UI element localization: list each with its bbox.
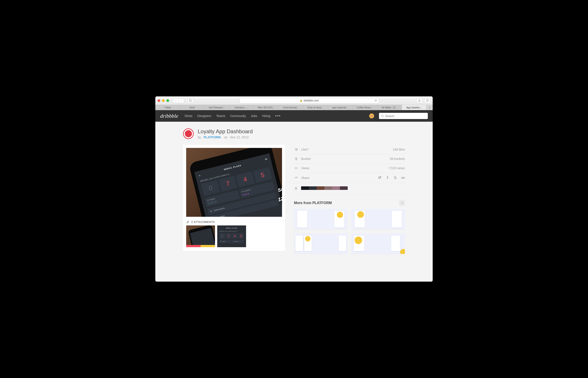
email-icon[interactable] [401,176,405,180]
digit: 0 [201,180,220,196]
facebook-icon[interactable] [386,176,389,180]
tab-bar: * Afstu Notif IanCStewart/... Literatuur… [155,105,433,110]
twitter-icon[interactable] [378,176,382,180]
share-arrow-icon [294,176,298,180]
views-row: Views 7,519 views [294,163,405,173]
more-from-section: More from PLATFORM + [294,200,405,254]
tab[interactable]: Coffee Rewa... [353,105,377,110]
minimize-window-button[interactable] [162,99,165,102]
share-button[interactable] [416,98,422,103]
url-host: dribbble.com [304,99,319,102]
tab[interactable]: Literatuur -... [229,105,254,110]
follow-button[interactable]: + [399,200,405,206]
tab[interactable]: Card Animati... [279,105,303,110]
share-row: Share [294,173,405,183]
swatch[interactable] [340,186,348,190]
digit: 7 [218,176,237,192]
swatch[interactable] [309,186,317,190]
related-shot[interactable] [294,209,347,230]
svg-point-4 [381,115,383,117]
nav-hiring[interactable]: Hiring [262,114,270,118]
digit: 5 [253,167,272,183]
pinterest-icon[interactable] [393,176,397,180]
swatch[interactable] [324,186,332,190]
swatch[interactable] [301,186,309,190]
bucket-count: 39 buckets [390,157,405,161]
drop-icon [294,186,298,190]
author-avatar[interactable] [183,128,194,139]
related-shot[interactable] [351,233,405,254]
site-header: dribbble Shots Designers Teams Community… [155,110,433,122]
reload-button[interactable]: ⟳ [375,99,377,102]
attachment-thumb[interactable]: SE⊘UL PLAZA Michael, your current status… [217,225,246,247]
app-brand: SE⊘UL PLAZA [224,164,242,171]
swatches[interactable] [301,186,348,190]
swatch[interactable] [332,186,340,190]
tab[interactable]: Notif [180,105,205,110]
cart-icon: 🛍 [265,158,267,160]
nav-designers[interactable]: Designers [197,114,211,118]
like-row[interactable]: Like? 148 likes [294,145,405,154]
sidebar-stats: Like? 148 likes Bucket 39 buckets [294,145,405,254]
sidebar-toggle-button[interactable] [187,98,193,103]
author-link[interactable]: PLATFORM [204,135,220,139]
svg-rect-3 [426,100,428,102]
lock-icon: 🔒 [300,99,302,102]
tab[interactable]: app explorati... [328,105,353,110]
digit: 4 [236,172,255,188]
maximize-window-button[interactable] [166,99,169,102]
svg-rect-0 [189,99,192,102]
color-palette [294,183,405,195]
address-bar[interactable]: 🔒 dribbble.com ⟳ [240,98,379,103]
window-controls [157,99,169,102]
shot-title: Loyalty App Dashboard [198,128,253,135]
attachment-thumbs: SE⊘UL PLAZA Michael, your current status… [186,225,282,247]
page-content: Loyalty App Dashboard by PLATFORM on Nov… [155,122,433,282]
back-button[interactable]: ‹ [173,98,179,103]
tab[interactable]: * Afstu [155,105,180,110]
new-tab-button[interactable]: + [426,105,433,110]
tab[interactable]: IanCStewart/... [205,105,229,110]
shot-image[interactable]: ≡ SE⊘UL PLAZA 🛍 Michael, your current st… [186,148,282,217]
search-box[interactable] [379,113,428,119]
views-count: 7,519 views [388,166,405,170]
related-shot[interactable] [351,209,405,230]
attachment-thumb[interactable] [186,225,215,247]
site-logo[interactable]: dribbble [160,113,178,119]
browser-window: ‹ › 🔒 dribbble.com ⟳ * Afstu Notif IanCS… [155,96,433,282]
search-icon [381,114,384,118]
tab[interactable]: Nike SB ZOO... [254,105,279,110]
hamburger-icon: ≡ [199,174,200,177]
nav-shots[interactable]: Shots [184,114,192,118]
like-count: 148 likes [393,148,405,151]
forward-button[interactable]: › [179,98,184,103]
bucket-icon [294,157,298,161]
heart-icon [294,148,298,151]
attachments-label: 2 ATTACHMENTS [186,220,282,224]
tab[interactable]: Air Miles - D... [377,105,402,110]
nav-jobs[interactable]: Jobs [251,114,257,118]
shot-card: ≡ SE⊘UL PLAZA 🛍 Michael, your current st… [183,145,285,251]
search-input[interactable] [385,114,426,118]
shot-date: Nov 12, 2013 [230,135,248,139]
tab-active[interactable]: App Dashbo... [402,105,426,110]
eye-icon [294,166,298,170]
shot-header: Loyalty App Dashboard by PLATFORM on Nov… [183,128,405,139]
more-title: More from PLATFORM [294,201,332,205]
related-shot[interactable] [294,233,347,254]
nav-community[interactable]: Community [230,114,246,118]
nav-more-icon[interactable]: ••• [275,114,281,118]
bucket-row[interactable]: Bucket 39 buckets [294,154,405,163]
svg-line-5 [383,117,384,118]
nav-buttons: ‹ › [173,98,184,103]
nav-teams[interactable]: Teams [216,114,225,118]
titlebar: ‹ › 🔒 dribbble.com ⟳ [155,96,433,105]
tabs-button[interactable] [424,98,431,103]
swatch[interactable] [317,186,324,190]
tab[interactable]: Drop on Busi... [303,105,328,110]
shot-byline: by PLATFORM on Nov 12, 2013 [198,135,253,139]
close-window-button[interactable] [157,99,160,102]
user-avatar[interactable]: 🐵 [369,113,374,118]
toolbar-right [416,98,431,103]
paperclip-icon [186,220,190,224]
